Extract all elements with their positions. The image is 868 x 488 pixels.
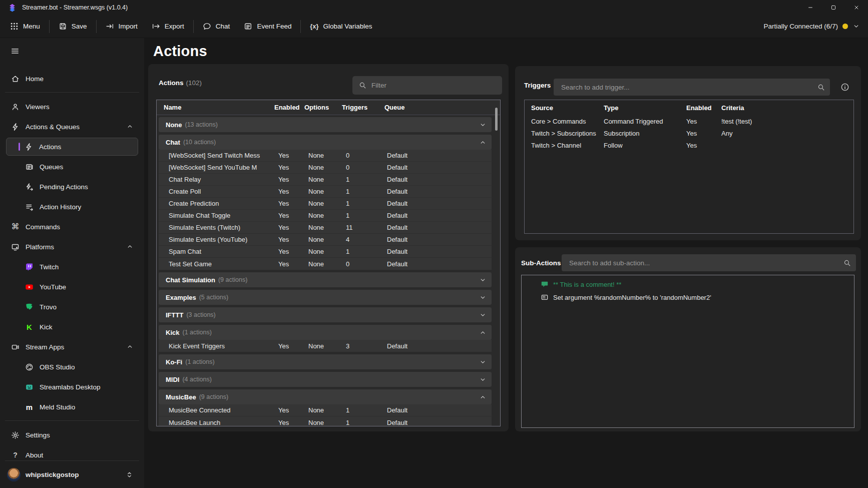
commands-icon: ⌘ <box>11 223 20 231</box>
action-row[interactable]: MusicBee LaunchYesNone1Default <box>159 416 492 426</box>
trigger-row[interactable]: Core > CommandsCommand TriggeredYes!test… <box>525 115 853 127</box>
sidebar-item-action-history[interactable]: Action History <box>0 197 144 217</box>
action-row[interactable]: Chat RelayYesNone1Default <box>159 174 492 186</box>
action-row[interactable]: Kick Event TriggersYesNone3Default <box>159 340 492 352</box>
action-row[interactable]: [WebSocket] Send Twitch MessYesNone0Defa… <box>159 150 492 162</box>
action-cell-name: Chat Relay <box>159 176 274 183</box>
sidebar-item-actions-queues[interactable]: Actions & Queues <box>0 117 144 137</box>
action-row[interactable]: Create PollYesNone1Default <box>159 186 492 198</box>
chevron-down-icon <box>479 121 487 129</box>
minimize-icon <box>807 5 813 11</box>
toolbar-chat-button[interactable]: Chat <box>196 15 237 38</box>
scrollbar-thumb[interactable] <box>495 108 498 131</box>
action-group-row-none[interactable]: None(13 actions) <box>159 117 492 132</box>
toolbar-menu-button[interactable]: Menu <box>3 15 47 38</box>
toolbar-button-label: Chat <box>216 23 230 30</box>
connection-status-label: Partially Connected (6/7) <box>763 23 838 30</box>
sidebar-item-platforms[interactable]: Platforms <box>0 237 144 257</box>
sidebar-item-pending-actions[interactable]: Pending Actions <box>0 177 144 197</box>
toolbar-export-button[interactable]: Export <box>145 15 191 38</box>
chevron-down-icon <box>479 294 487 301</box>
sidebar-item-queues[interactable]: Queues <box>0 157 144 177</box>
action-cell-options: None <box>304 212 342 219</box>
action-cell-queue: Default <box>384 200 492 207</box>
action-row[interactable]: Simulate Chat ToggleYesNone1Default <box>159 210 492 222</box>
chevron-up-icon <box>479 329 487 336</box>
trigger-cell-criteria: Any <box>715 130 853 137</box>
chat-icon <box>203 22 211 31</box>
action-cell-triggers: 1 <box>342 406 384 414</box>
maximize-button[interactable] <box>822 0 845 15</box>
info-icon[interactable] <box>840 83 849 92</box>
action-row[interactable]: Simulate Events (YouTube)YesNone4Default <box>159 234 492 246</box>
toolbar-import-button[interactable]: Import <box>99 15 145 38</box>
action-cell-queue: Default <box>384 248 492 255</box>
action-row[interactable]: [WebSocket] Send YouTube MYesNone0Defaul… <box>159 162 492 174</box>
action-row[interactable]: MusicBee ConnectedYesNone1Default <box>159 404 492 416</box>
action-cell-enabled: Yes <box>274 406 304 414</box>
trigger-row[interactable]: Twitch > ChannelFollowYes <box>525 139 853 151</box>
avatar <box>7 468 21 481</box>
sidebar-item-actions[interactable]: Actions <box>6 138 138 156</box>
toolbar-button-label: Event Feed <box>257 23 291 30</box>
sidebar-item-twitch[interactable]: Twitch <box>0 257 144 277</box>
action-group-row-ifttt[interactable]: IFTTT(3 actions) <box>159 307 492 322</box>
sidebar-item-home[interactable]: Home <box>0 69 144 89</box>
sidebar-item-settings[interactable]: Settings <box>0 425 144 445</box>
sidebar-item-obs-studio[interactable]: OBS Studio <box>0 357 144 377</box>
connection-status[interactable]: Partially Connected (6/7) <box>763 23 860 30</box>
sidebar-item-kick[interactable]: KKick <box>0 317 144 337</box>
subaction-set-argument[interactable]: Set argument %randomNumber% to 'randomNu… <box>522 291 854 304</box>
action-row[interactable]: Simulate Events (Twitch)YesNone11Default <box>159 222 492 234</box>
close-button[interactable] <box>845 0 868 15</box>
filter-input[interactable] <box>370 81 497 90</box>
sidebar-toggle-button[interactable] <box>6 43 24 59</box>
action-cell-queue: Default <box>384 260 492 268</box>
action-group-row-examples[interactable]: Examples(5 actions) <box>159 290 492 305</box>
chevron-up-icon <box>126 343 134 351</box>
sidebar-item-viewers[interactable]: Viewers <box>0 97 144 117</box>
sidebar-item-youtube[interactable]: YouTube <box>0 277 144 297</box>
sidebar-item-streamlabs-desktop[interactable]: Streamlabs Desktop <box>0 377 144 397</box>
column-header-source: Source <box>525 104 597 112</box>
filter-searchbox <box>352 76 502 95</box>
trigger-cell-type: Follow <box>597 142 680 149</box>
action-cell-queue: Default <box>384 152 492 159</box>
user-menu[interactable]: whipstickgostop <box>6 465 138 484</box>
chevron-up-icon <box>479 393 487 401</box>
action-cell-name: Spam Chat <box>159 248 274 255</box>
trigger-cell-source: Core > Commands <box>525 118 597 125</box>
action-group-row-chat-simulation[interactable]: Chat Simulation(9 actions) <box>159 272 492 287</box>
sidebar-item-label: OBS Studio <box>40 363 75 371</box>
action-row[interactable]: Create PredictionYesNone1Default <box>159 198 492 210</box>
action-cell-triggers: 0 <box>342 152 384 159</box>
column-header-name: Name <box>157 104 274 111</box>
action-group-row-chat[interactable]: Chat(10 actions) <box>159 135 492 150</box>
minimize-button[interactable] <box>799 0 822 15</box>
sidebar-item-commands[interactable]: ⌘Commands <box>0 217 144 237</box>
trigger-row[interactable]: Twitch > SubscriptionsSubscriptionYesAny <box>525 127 853 139</box>
subaction-comment[interactable]: ** This is a comment! ** <box>522 278 854 291</box>
trigger-search-input[interactable] <box>560 83 813 92</box>
toolbar-global-variables-button[interactable]: {x}Global Variables <box>303 15 379 38</box>
subactions-panel-title: Sub-Actions <box>521 259 561 267</box>
action-cell-queue: Default <box>384 188 492 195</box>
action-group-row-musicbee[interactable]: MusicBee(9 actions) <box>159 389 492 404</box>
toolbar-save-button[interactable]: Save <box>52 15 94 38</box>
action-group-row-ko-fi[interactable]: Ko-Fi(1 actions) <box>159 354 492 369</box>
action-cell-options: None <box>304 260 342 268</box>
sidebar-item-stream-apps[interactable]: Stream Apps <box>0 337 144 357</box>
action-group-row-kick[interactable]: Kick(1 actions) <box>159 325 492 340</box>
sidebar-item-meld-studio[interactable]: mMeld Studio <box>0 397 144 417</box>
action-cell-enabled: Yes <box>274 260 304 268</box>
action-row[interactable]: Spam ChatYesNone1Default <box>159 246 492 258</box>
subaction-search-input[interactable] <box>568 259 839 267</box>
action-group-row-midi[interactable]: MIDI(4 actions) <box>159 372 492 387</box>
sidebar-item-trovo[interactable]: Trovo <box>0 297 144 317</box>
maximize-icon <box>830 5 836 11</box>
sidebar-item-about[interactable]: ?About <box>0 445 144 465</box>
action-cell-enabled: Yes <box>274 176 304 183</box>
action-row[interactable]: Test Set GameYesNone0Default <box>159 258 492 270</box>
group-count: (9 actions) <box>218 276 247 283</box>
toolbar-event-feed-button[interactable]: Event Feed <box>237 15 298 38</box>
